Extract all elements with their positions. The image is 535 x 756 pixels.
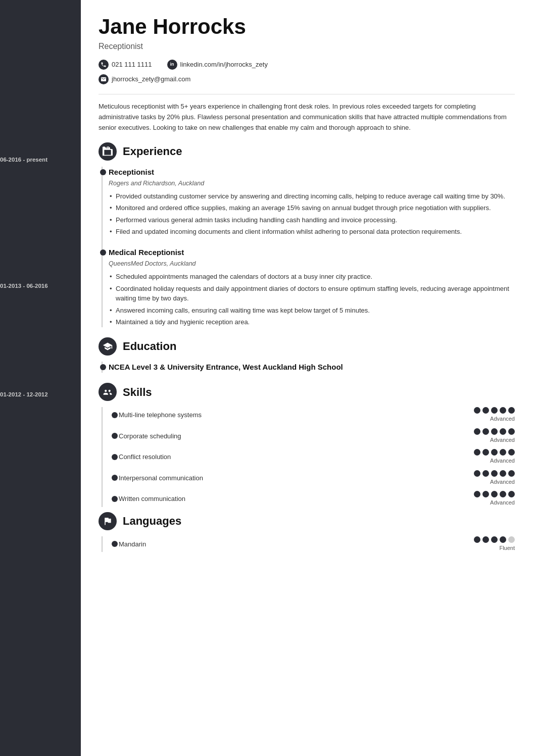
dot	[500, 449, 506, 456]
experience-timeline: Receptionist Rogers and Richardson, Auck…	[99, 167, 515, 327]
phone-icon	[99, 60, 109, 70]
skill-5-level: Advanced	[490, 498, 515, 507]
skill-4-dots	[474, 470, 515, 477]
lang-1-rating: Fluent	[474, 536, 515, 552]
email-contact: jhorrocks_zety@gmail.com	[99, 74, 190, 84]
languages-title: Languages	[123, 513, 181, 529]
edu-1: NCEA Level 3 & University Entrance, West…	[109, 362, 515, 373]
education-timeline: NCEA Level 3 & University Entrance, West…	[99, 362, 515, 373]
dot	[500, 470, 506, 477]
languages-icon	[99, 512, 117, 530]
experience-section-header: Experience	[99, 142, 515, 161]
email-row: jhorrocks_zety@gmail.com	[99, 74, 515, 87]
skill-2-dots	[474, 428, 515, 435]
education-title: Education	[123, 338, 176, 355]
skill-4-name: Interpersonal communication	[119, 473, 474, 483]
header-divider	[99, 94, 515, 94]
linkedin-contact: in linkedin.com/in/jhorrocks_zety	[167, 60, 268, 70]
sidebar: 06-2016 - present 01-2013 - 06-2016 01-2…	[0, 0, 81, 756]
lang-1-name: Mandarin	[119, 539, 474, 549]
date-exp-2: 01-2013 - 06-2016	[0, 282, 57, 290]
job-1-bullet-4: Filed and updated incoming documents and…	[109, 227, 515, 237]
header: Jane Horrocks Receptionist 021 111 1111 …	[99, 15, 515, 87]
job-2-title: Medical Receptionist	[109, 247, 515, 259]
dot-empty	[508, 536, 515, 543]
dot	[482, 428, 489, 435]
experience-title: Experience	[123, 143, 182, 160]
resume-page: 06-2016 - present 01-2013 - 06-2016 01-2…	[0, 0, 535, 756]
dot	[500, 428, 506, 435]
job-2-dot	[100, 249, 106, 256]
dot	[474, 470, 480, 477]
dot	[482, 536, 489, 543]
linkedin-text: linkedin.com/in/jhorrocks_zety	[180, 60, 268, 70]
dot	[491, 491, 498, 497]
skill-1-dots	[474, 407, 515, 414]
dot	[474, 491, 480, 497]
skill-3-dots	[474, 449, 515, 456]
dot	[491, 407, 498, 414]
skill-4-level: Advanced	[490, 478, 515, 486]
skills-section-header: Skills	[99, 383, 515, 401]
job-2-bullet-2: Coordinated holiday requests and daily a…	[109, 284, 515, 304]
job-2-bullets: Scheduled appointments managed the calen…	[109, 272, 515, 327]
skill-4-rating: Advanced	[474, 470, 515, 486]
skill-2: Corporate scheduling Advanced	[109, 428, 515, 444]
dot	[508, 470, 515, 477]
dot	[474, 428, 480, 435]
education-icon	[99, 337, 117, 356]
skill-2-level: Advanced	[490, 436, 515, 444]
dot	[474, 407, 480, 414]
job-1-bullet-1: Provided outstanding customer service by…	[109, 191, 515, 201]
experience-icon	[99, 142, 117, 161]
skill-5-name: Written communication	[119, 494, 474, 504]
skill-5-rating: Advanced	[474, 491, 515, 507]
lang-1-level: Fluent	[499, 544, 515, 552]
skill-3-rating: Advanced	[474, 449, 515, 465]
languages-section-header: Languages	[99, 512, 515, 530]
skill-5-dots	[474, 491, 515, 497]
edu-1-title: NCEA Level 3 & University Entrance, West…	[109, 362, 515, 373]
job-1-title: Receptionist	[109, 167, 515, 178]
job-2-bullet-1: Scheduled appointments managed the calen…	[109, 272, 515, 282]
skill-4: Interpersonal communication Advanced	[109, 470, 515, 486]
job-1-dot	[100, 169, 106, 175]
dot	[491, 449, 498, 456]
job-2: Medical Receptionist QueensMed Doctors, …	[109, 247, 515, 327]
main-content: Jane Horrocks Receptionist 021 111 1111 …	[81, 0, 535, 756]
contact-row: 021 111 1111 in linkedin.com/in/jhorrock…	[99, 60, 515, 72]
dot	[491, 428, 498, 435]
edu-1-dot	[100, 364, 106, 370]
person-title: Receptionist	[99, 40, 515, 53]
education-section-header: Education	[99, 337, 515, 356]
date-exp-1: 06-2016 - present	[0, 156, 57, 164]
dot	[508, 491, 515, 497]
skills-title: Skills	[123, 384, 152, 400]
dot	[482, 407, 489, 414]
email-icon	[99, 74, 109, 84]
skill-1-level: Advanced	[490, 415, 515, 423]
dot	[500, 491, 506, 497]
job-1-bullet-3: Performed various general admin tasks in…	[109, 215, 515, 225]
lang-1: Mandarin Fluent	[109, 536, 515, 552]
dot	[474, 449, 480, 456]
skill-2-name: Corporate scheduling	[119, 431, 474, 441]
skill-3-level: Advanced	[490, 457, 515, 465]
dot	[500, 536, 506, 543]
dot	[508, 407, 515, 414]
dot	[500, 407, 506, 414]
dot	[482, 491, 489, 497]
skill-3-name: Conflict resolution	[119, 452, 474, 462]
email-text: jhorrocks_zety@gmail.com	[112, 74, 190, 84]
skill-2-rating: Advanced	[474, 428, 515, 444]
dot	[491, 470, 498, 477]
job-1-bullet-2: Monitored and ordered office supplies, m…	[109, 203, 515, 213]
skill-1: Multi-line telephone systems Advanced	[109, 407, 515, 423]
summary: Meticulous receptionist with 5+ years ex…	[99, 102, 515, 133]
skill-1-name: Multi-line telephone systems	[119, 410, 474, 420]
phone-contact: 021 111 1111	[99, 60, 152, 70]
job-1-company: Rogers and Richardson, Auckland	[109, 179, 515, 188]
dot	[508, 428, 515, 435]
job-1-bullets: Provided outstanding customer service by…	[109, 191, 515, 237]
job-2-bullet-3: Answered incoming calls, ensuring call w…	[109, 306, 515, 316]
